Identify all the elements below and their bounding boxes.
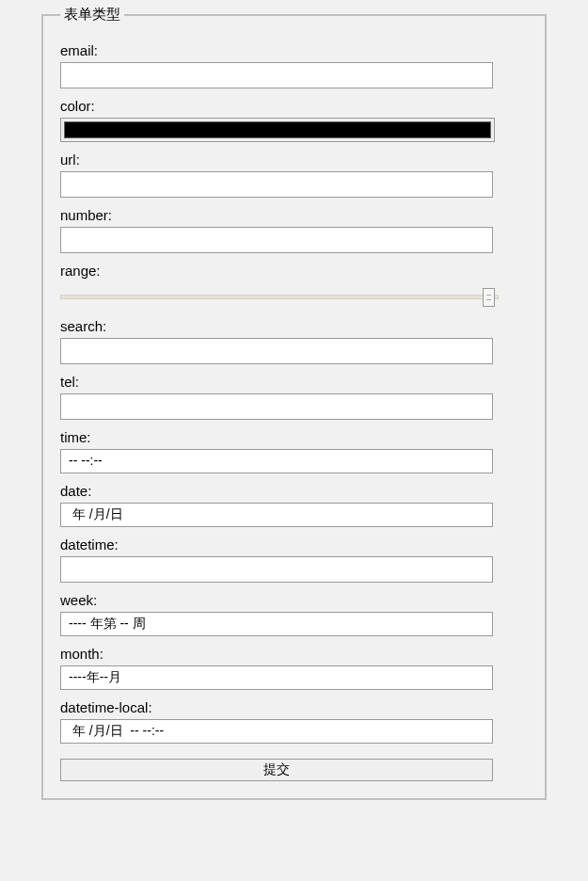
color-label: color: bbox=[60, 98, 528, 114]
range-label: range: bbox=[60, 263, 528, 279]
fieldset-legend: 表单类型 bbox=[60, 6, 124, 24]
week-input[interactable]: ---- 年第 -- 周 bbox=[60, 612, 493, 636]
date-label: date: bbox=[60, 483, 528, 499]
form-types-fieldset: 表单类型 email: color: url: number: range: bbox=[41, 6, 547, 800]
color-group: color: bbox=[60, 98, 528, 142]
time-input[interactable]: -- --:-- bbox=[60, 449, 493, 473]
number-group: number: bbox=[60, 207, 528, 253]
color-input[interactable] bbox=[60, 118, 495, 142]
url-input[interactable] bbox=[60, 171, 493, 198]
range-input[interactable] bbox=[60, 286, 499, 309]
month-group: month: ----年--月 bbox=[60, 646, 528, 690]
tel-group: tel: bbox=[60, 374, 528, 420]
color-swatch bbox=[64, 121, 491, 138]
month-label: month: bbox=[60, 646, 528, 662]
datetime-local-group: datetime-local: 年 /月/日 -- --:-- bbox=[60, 699, 528, 744]
url-label: url: bbox=[60, 152, 528, 168]
submit-button[interactable]: 提交 bbox=[60, 759, 493, 781]
range-group: range: bbox=[60, 263, 528, 309]
range-thumb[interactable] bbox=[483, 288, 495, 307]
number-input[interactable] bbox=[60, 227, 493, 253]
time-group: time: -- --:-- bbox=[60, 429, 528, 473]
search-label: search: bbox=[60, 318, 528, 334]
email-group: email: bbox=[60, 42, 528, 88]
search-input[interactable] bbox=[60, 338, 493, 364]
datetime-input[interactable] bbox=[60, 556, 493, 583]
url-group: url: bbox=[60, 152, 528, 198]
datetime-group: datetime: bbox=[60, 537, 528, 583]
email-input[interactable] bbox=[60, 62, 493, 88]
month-input[interactable]: ----年--月 bbox=[60, 665, 493, 690]
time-label: time: bbox=[60, 429, 528, 445]
number-label: number: bbox=[60, 207, 528, 223]
tel-label: tel: bbox=[60, 374, 528, 390]
search-group: search: bbox=[60, 318, 528, 364]
tel-input[interactable] bbox=[60, 393, 493, 420]
form-types-form: 表单类型 email: color: url: number: range: bbox=[0, 6, 588, 800]
email-label: email: bbox=[60, 42, 528, 58]
week-label: week: bbox=[60, 592, 528, 608]
datetime-local-label: datetime-local: bbox=[60, 699, 528, 715]
datetime-local-input[interactable]: 年 /月/日 -- --:-- bbox=[60, 719, 493, 744]
range-track bbox=[60, 295, 499, 299]
week-group: week: ---- 年第 -- 周 bbox=[60, 592, 528, 636]
date-input[interactable]: 年 /月/日 bbox=[60, 503, 493, 527]
date-group: date: 年 /月/日 bbox=[60, 483, 528, 527]
datetime-label: datetime: bbox=[60, 537, 528, 553]
